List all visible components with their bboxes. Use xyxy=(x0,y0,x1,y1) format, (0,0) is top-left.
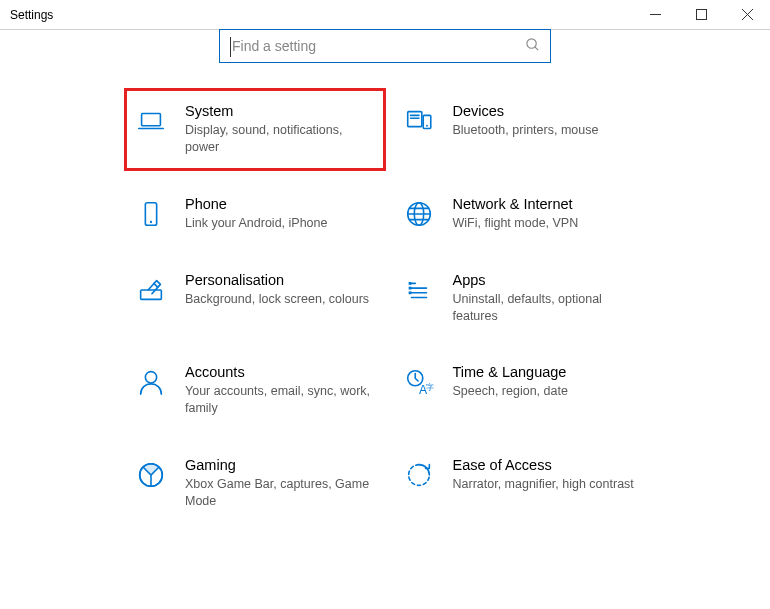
settings-grid: SystemDisplay, sound, notifications, pow… xyxy=(0,103,770,510)
tile-description: Narrator, magnifier, high contrast xyxy=(453,476,641,493)
devices-icon xyxy=(403,105,435,137)
person-icon xyxy=(135,366,167,398)
minimize-icon xyxy=(650,9,661,20)
settings-tile-system[interactable]: SystemDisplay, sound, notifications, pow… xyxy=(124,88,386,171)
tile-description: Your accounts, email, sync, work, family xyxy=(185,383,373,417)
tile-text: Ease of AccessNarrator, magnifier, high … xyxy=(453,457,641,493)
search-box[interactable] xyxy=(219,29,551,63)
svg-rect-2 xyxy=(142,113,161,125)
svg-rect-12 xyxy=(408,286,411,289)
text-caret xyxy=(230,37,231,57)
svg-rect-3 xyxy=(407,112,421,127)
settings-tile-accounts[interactable]: AccountsYour accounts, email, sync, work… xyxy=(135,364,373,417)
settings-tile-network-internet[interactable]: Network & InternetWiFi, flight mode, VPN xyxy=(403,196,641,232)
tile-text: SystemDisplay, sound, notifications, pow… xyxy=(185,103,373,156)
settings-tile-ease-of-access[interactable]: Ease of AccessNarrator, magnifier, high … xyxy=(403,457,641,510)
content-area: SystemDisplay, sound, notifications, pow… xyxy=(0,29,770,510)
svg-rect-13 xyxy=(408,291,411,294)
close-icon xyxy=(742,9,753,20)
svg-rect-10 xyxy=(141,290,162,299)
tile-description: Background, lock screen, colours xyxy=(185,291,373,308)
settings-tile-gaming[interactable]: GamingXbox Game Bar, captures, Game Mode xyxy=(135,457,373,510)
tile-description: Speech, region, date xyxy=(453,383,641,400)
tile-title: System xyxy=(185,103,373,119)
search-icon xyxy=(525,37,540,55)
tile-description: Link your Android, iPhone xyxy=(185,215,373,232)
window-title: Settings xyxy=(10,8,53,22)
tile-text: AppsUninstall, defaults, optional featur… xyxy=(453,272,641,325)
close-button[interactable] xyxy=(724,0,770,29)
tile-text: GamingXbox Game Bar, captures, Game Mode xyxy=(185,457,373,510)
tile-title: Apps xyxy=(453,272,641,288)
gaming-icon xyxy=(135,459,167,491)
svg-rect-11 xyxy=(408,282,411,285)
tile-title: Phone xyxy=(185,196,373,212)
tile-title: Gaming xyxy=(185,457,373,473)
search-container xyxy=(0,29,770,63)
tile-description: WiFi, flight mode, VPN xyxy=(453,215,641,232)
ease-icon xyxy=(403,459,435,491)
tile-description: Xbox Game Bar, captures, Game Mode xyxy=(185,476,373,510)
tile-text: PersonalisationBackground, lock screen, … xyxy=(185,272,373,308)
window-controls xyxy=(632,0,770,29)
pen-icon xyxy=(135,274,167,306)
svg-rect-0 xyxy=(696,10,706,20)
settings-tile-devices[interactable]: DevicesBluetooth, printers, mouse xyxy=(403,103,641,156)
settings-tile-phone[interactable]: PhoneLink your Android, iPhone xyxy=(135,196,373,232)
tile-title: Personalisation xyxy=(185,272,373,288)
tile-title: Network & Internet xyxy=(453,196,641,212)
settings-tile-personalisation[interactable]: PersonalisationBackground, lock screen, … xyxy=(135,272,373,325)
maximize-icon xyxy=(696,9,707,20)
globe-icon xyxy=(403,198,435,230)
svg-point-7 xyxy=(150,221,152,223)
laptop-icon xyxy=(135,105,167,137)
svg-text:字: 字 xyxy=(425,383,433,393)
phone-icon xyxy=(135,198,167,230)
settings-tile-time-language[interactable]: A字Time & LanguageSpeech, region, date xyxy=(403,364,641,417)
tile-text: Time & LanguageSpeech, region, date xyxy=(453,364,641,400)
tile-text: PhoneLink your Android, iPhone xyxy=(185,196,373,232)
tile-text: DevicesBluetooth, printers, mouse xyxy=(453,103,641,139)
tile-description: Uninstall, defaults, optional features xyxy=(453,291,641,325)
minimize-button[interactable] xyxy=(632,0,678,29)
svg-point-14 xyxy=(145,372,156,383)
tile-description: Bluetooth, printers, mouse xyxy=(453,122,641,139)
maximize-button[interactable] xyxy=(678,0,724,29)
tile-title: Accounts xyxy=(185,364,373,380)
tile-text: AccountsYour accounts, email, sync, work… xyxy=(185,364,373,417)
tile-text: Network & InternetWiFi, flight mode, VPN xyxy=(453,196,641,232)
tile-title: Ease of Access xyxy=(453,457,641,473)
search-input[interactable] xyxy=(230,38,525,54)
time-lang-icon: A字 xyxy=(403,366,435,398)
svg-point-5 xyxy=(426,125,428,127)
tile-title: Time & Language xyxy=(453,364,641,380)
apps-icon xyxy=(403,274,435,306)
tile-title: Devices xyxy=(453,103,641,119)
tile-description: Display, sound, notifications, power xyxy=(185,122,373,156)
titlebar: Settings xyxy=(0,0,770,30)
settings-tile-apps[interactable]: AppsUninstall, defaults, optional featur… xyxy=(403,272,641,325)
